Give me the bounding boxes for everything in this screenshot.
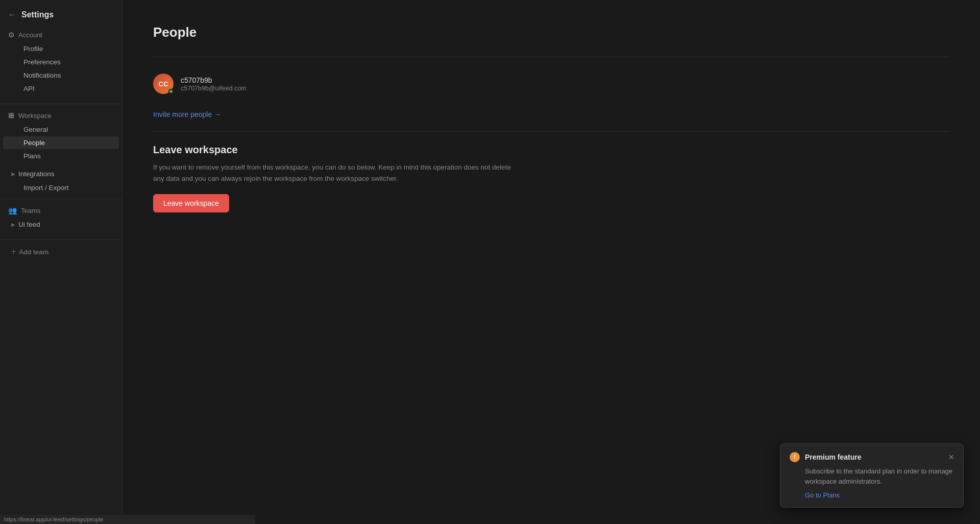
workspace-icon: ⊞ [8, 111, 14, 120]
plus-icon: + [11, 247, 16, 256]
leave-workspace-title: Leave workspace [153, 144, 949, 156]
sidebar-item-notifications[interactable]: Notifications [3, 69, 119, 82]
workspace-section: ⊞ Workspace General People Plans [0, 108, 122, 163]
toast-notification: ! Premium feature × Subscribe to the sta… [780, 443, 964, 508]
divider-2 [0, 199, 122, 199]
sidebar-title: Settings [21, 10, 54, 19]
toast-warning-icon: ! [790, 452, 800, 462]
person-info: c5707b9b c5707b9b@uifeed.com [181, 76, 247, 92]
person-email: c5707b9b@uifeed.com [181, 85, 247, 92]
teams-section: 👥 Teams ▶ Ui feed [0, 203, 122, 231]
sidebar-item-profile[interactable]: Profile [3, 42, 119, 55]
add-team-button[interactable]: + Add team [3, 245, 119, 259]
sidebar-item-integrations[interactable]: ▶ Integrations [3, 168, 119, 180]
person-row: CC c5707b9b c5707b9b@uifeed.com [153, 69, 949, 98]
status-url: https://linear.app/ui-feed/settings/peop… [4, 516, 103, 522]
back-icon: ← [8, 10, 16, 19]
account-icon: ⊙ [8, 31, 14, 39]
sidebar-back-button[interactable]: ← Settings [0, 8, 122, 28]
sidebar-item-preferences[interactable]: Preferences [3, 56, 119, 68]
account-section: ⊙ Account Profile Preferences Notificati… [0, 28, 122, 96]
sidebar-item-people[interactable]: People [3, 136, 119, 149]
teams-icon: 👥 [8, 206, 17, 215]
account-section-header: ⊙ Account [0, 28, 122, 42]
sidebar-item-api[interactable]: API [3, 82, 119, 95]
divider-top [153, 57, 949, 57]
person-name: c5707b9b [181, 76, 247, 84]
sidebar-item-ui-feed[interactable]: ▶ Ui feed [3, 218, 119, 231]
leave-workspace-button[interactable]: Leave workspace [153, 194, 229, 212]
toast-go-to-plans-link[interactable]: Go to Plans [790, 491, 954, 499]
divider-1 [0, 104, 122, 104]
sidebar: ← Settings ⊙ Account Profile Preferences… [0, 0, 122, 524]
avatar: CC [153, 74, 174, 94]
sidebar-item-plans[interactable]: Plans [3, 150, 119, 162]
invite-link[interactable]: Invite more people → [153, 110, 221, 118]
page-title: People [153, 25, 949, 40]
leave-workspace-desc: If you want to remove yourself from this… [153, 162, 521, 184]
toast-header: ! Premium feature × [790, 452, 954, 462]
teams-section-label: Teams [21, 207, 40, 215]
toast-title: Premium feature [805, 453, 861, 461]
account-section-label: Account [18, 31, 42, 39]
toast-title-row: ! Premium feature [790, 452, 861, 462]
sidebar-item-general[interactable]: General [3, 123, 119, 136]
divider-middle [153, 131, 949, 132]
leave-workspace-section: Leave workspace If you want to remove yo… [153, 144, 949, 212]
avatar-status [168, 89, 174, 94]
teams-section-header: 👥 Teams [0, 203, 122, 218]
divider-3 [0, 240, 122, 240]
sidebar-item-import-export[interactable]: Import / Export [3, 181, 119, 194]
status-bar: https://linear.app/ui-feed/settings/peop… [0, 515, 255, 524]
ui-feed-chevron: ▶ [11, 222, 15, 227]
integrations-chevron: ▶ [11, 171, 15, 177]
workspace-section-header: ⊞ Workspace [0, 108, 122, 123]
workspace-section-label: Workspace [18, 112, 52, 120]
toast-description: Subscribe to the standard plan in order … [790, 466, 954, 486]
toast-close-button[interactable]: × [948, 452, 954, 462]
